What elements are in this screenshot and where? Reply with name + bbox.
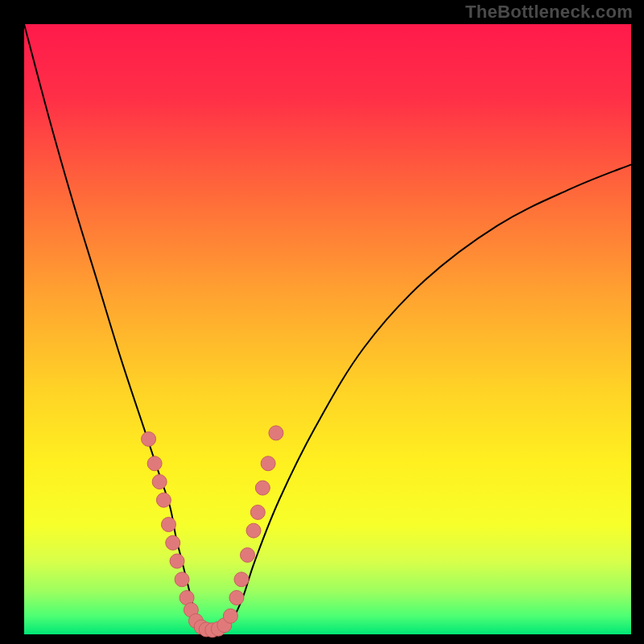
watermark-text: TheBottleneck.com <box>465 2 633 23</box>
curve-marker <box>229 591 244 605</box>
curve-marker <box>147 456 162 471</box>
curve-marker <box>156 493 171 507</box>
bottleneck-chart <box>0 0 644 644</box>
curve-marker <box>152 475 167 489</box>
curve-marker <box>223 609 237 623</box>
curve-marker <box>250 505 265 519</box>
curve-marker <box>175 572 189 587</box>
curve-marker <box>142 431 156 446</box>
curve-marker <box>240 547 254 562</box>
curve-marker <box>261 456 275 471</box>
curve-marker <box>170 554 184 568</box>
curve-marker <box>234 572 249 587</box>
curve-marker <box>246 523 261 538</box>
curve-marker <box>255 481 270 495</box>
curve-marker <box>161 518 175 532</box>
curve-marker <box>166 535 180 550</box>
gradient-plot-area <box>24 24 631 634</box>
curve-marker <box>269 426 283 440</box>
chart-frame: TheBottleneck.com <box>0 0 644 644</box>
